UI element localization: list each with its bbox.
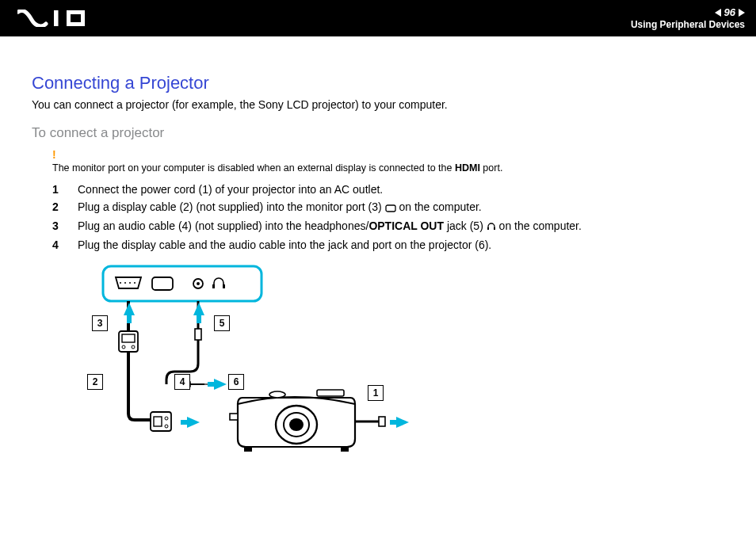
arrow-icon bbox=[396, 417, 409, 428]
svg-rect-35 bbox=[230, 414, 238, 420]
vaio-logo bbox=[17, 10, 101, 27]
svg-rect-32 bbox=[317, 390, 344, 396]
svg-rect-3 bbox=[494, 227, 495, 230]
step-text: Plug a display cable (2) (not supplied) … bbox=[78, 200, 482, 215]
headphones-icon bbox=[487, 221, 496, 234]
step-2: 2 Plug a display cable (2) (not supplied… bbox=[32, 198, 724, 217]
warning-note: ! The monitor port on your computer is d… bbox=[52, 149, 724, 174]
svg-point-8 bbox=[134, 282, 136, 284]
step-4: 4 Plug the display cable and the audio c… bbox=[32, 236, 724, 254]
svg-point-5 bbox=[120, 282, 121, 284]
svg-point-6 bbox=[124, 282, 126, 284]
header-bar: 96 Using Peripheral Devices bbox=[0, 0, 756, 36]
arrow-icon bbox=[193, 303, 204, 315]
page-number: 96 bbox=[724, 7, 735, 17]
diagram-svg bbox=[79, 263, 428, 477]
warning-icon: ! bbox=[52, 149, 724, 160]
step-1: 1 Connect the power cord (1) of your pro… bbox=[32, 181, 724, 198]
svg-rect-36 bbox=[379, 417, 385, 426]
callout-6: 6 bbox=[228, 374, 244, 390]
arrow-icon bbox=[124, 303, 135, 315]
step-text: Plug the display cable and the audio cab… bbox=[78, 238, 491, 251]
callout-4: 4 bbox=[174, 374, 190, 390]
svg-rect-23 bbox=[195, 329, 201, 340]
callout-5: 5 bbox=[214, 315, 230, 331]
svg-point-11 bbox=[197, 282, 200, 285]
arrow-icon bbox=[187, 417, 200, 428]
step-text: Connect the power cord (1) of your proje… bbox=[78, 183, 383, 196]
monitor-port-icon bbox=[385, 202, 396, 215]
svg-rect-2 bbox=[487, 227, 489, 230]
step-number: 2 bbox=[52, 200, 67, 215]
step-number: 3 bbox=[52, 219, 67, 234]
svg-point-7 bbox=[129, 282, 131, 284]
arrow-icon bbox=[214, 379, 227, 390]
chapter-title: Using Peripheral Devices bbox=[631, 20, 745, 29]
note-text-post: port. bbox=[480, 162, 503, 174]
svg-rect-1 bbox=[386, 205, 395, 212]
callout-3: 3 bbox=[92, 315, 108, 331]
step-number: 4 bbox=[52, 238, 67, 251]
page-nav: 96 bbox=[715, 7, 745, 17]
step-number: 1 bbox=[52, 183, 67, 196]
connection-diagram: 3 5 2 4 6 1 bbox=[79, 263, 428, 477]
section-subtitle: To connect a projector bbox=[32, 125, 724, 141]
section-intro: You can connect a projector (for example… bbox=[32, 98, 724, 111]
section-title: Connecting a Projector bbox=[32, 73, 724, 93]
note-text-bold: HDMI bbox=[455, 162, 480, 174]
note-text-pre: The monitor port on your computer is dis… bbox=[52, 162, 455, 174]
svg-point-30 bbox=[289, 418, 304, 431]
svg-rect-33 bbox=[244, 447, 252, 452]
callout-2: 2 bbox=[87, 374, 103, 390]
next-page-icon[interactable] bbox=[739, 9, 745, 17]
svg-rect-13 bbox=[223, 284, 225, 288]
steps-list: 1 Connect the power cord (1) of your pro… bbox=[32, 181, 724, 254]
svg-rect-12 bbox=[212, 284, 215, 288]
svg-rect-34 bbox=[341, 447, 349, 452]
svg-point-31 bbox=[269, 391, 285, 398]
svg-rect-0 bbox=[54, 10, 59, 26]
step-text: Plug an audio cable (4) (not supplied) i… bbox=[78, 219, 582, 234]
svg-rect-4 bbox=[103, 266, 262, 301]
callout-1: 1 bbox=[368, 385, 384, 401]
prev-page-icon[interactable] bbox=[715, 9, 721, 17]
step-3: 3 Plug an audio cable (4) (not supplied)… bbox=[32, 217, 724, 236]
